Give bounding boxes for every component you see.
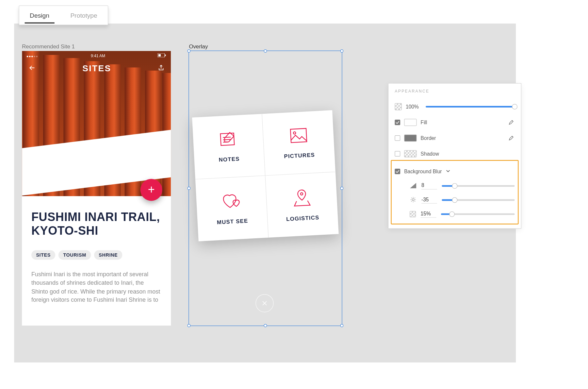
artboard-label-rec[interactable]: Recommended Site 1: [22, 43, 75, 49]
fab-add-button[interactable]: +: [140, 179, 162, 201]
site-description: Fushimi Inari is the most important of s…: [31, 270, 161, 304]
battery-icon: [157, 53, 166, 58]
tag-sites[interactable]: SITES: [31, 250, 55, 260]
fill-row: Fill: [395, 114, 514, 130]
bgblur-row: Background Blur: [395, 164, 514, 179]
opacity-row: 100%: [395, 99, 514, 114]
status-bar: 9:41 AM: [22, 53, 171, 58]
shadow-checkbox[interactable]: [395, 151, 400, 157]
brightness-icon: [410, 196, 417, 204]
inspector-section-title: APPEARANCE: [395, 89, 514, 93]
opacity-icon: [395, 103, 402, 110]
fill-eyedropper-icon[interactable]: [508, 119, 514, 126]
selection-handle-ml[interactable]: [188, 187, 191, 190]
selection-handle-mr[interactable]: [340, 187, 344, 190]
bgblur-brightness-slider[interactable]: [442, 199, 514, 201]
inspector-panel: APPEARANCE 100% Fill Border Shadow: [388, 83, 521, 228]
signal-dots-icon: [27, 54, 39, 58]
tag-row: SITES TOURISM SHRINE: [31, 250, 122, 260]
tab-design[interactable]: Design: [19, 8, 60, 23]
artboard-recommended-site[interactable]: 9:41 AM SITES + FUSHIMI INARI TRAIL, KYO…: [22, 51, 171, 326]
border-swatch[interactable]: [404, 135, 416, 142]
bgblur-brightness-row: -35: [395, 193, 514, 207]
bgblur-checkbox[interactable]: [395, 169, 400, 174]
selection-box[interactable]: [188, 51, 342, 326]
mode-tabs: Design Prototype: [19, 6, 108, 25]
border-checkbox[interactable]: [395, 135, 400, 141]
opacity-slider[interactable]: [426, 106, 515, 108]
tag-shrine[interactable]: SHRINE: [94, 250, 122, 260]
shadow-label: Shadow: [421, 151, 439, 157]
selection-handle-tr[interactable]: [340, 49, 344, 53]
fill-label: Fill: [421, 119, 427, 125]
bgblur-opacity-icon: [410, 211, 416, 217]
bgblur-amount-row: 8: [395, 179, 514, 193]
svg-rect-2: [158, 54, 161, 57]
svg-point-10: [412, 198, 414, 200]
svg-rect-1: [165, 55, 166, 56]
fill-swatch[interactable]: [404, 119, 416, 126]
border-eyedropper-icon[interactable]: [508, 134, 514, 142]
selection-handle-br[interactable]: [340, 324, 344, 327]
shadow-row: Shadow: [395, 146, 514, 161]
share-icon[interactable]: [157, 64, 165, 74]
bgblur-brightness-value[interactable]: -35: [421, 196, 437, 204]
bgblur-opacity-row: 15%: [395, 207, 514, 221]
bgblur-amount-value[interactable]: 8: [421, 182, 437, 190]
bgblur-amount-slider[interactable]: [442, 185, 514, 187]
selection-handle-tm[interactable]: [264, 49, 267, 53]
border-label: Border: [421, 135, 436, 141]
background-blur-group: Background Blur 8 -35 15%: [395, 161, 514, 221]
hero-image: 9:41 AM SITES: [22, 51, 171, 196]
back-icon[interactable]: [28, 64, 36, 74]
blur-amount-icon: [410, 183, 417, 189]
fill-checkbox[interactable]: [395, 120, 400, 125]
bgblur-opacity-value[interactable]: 15%: [421, 211, 436, 218]
nav-bar: SITES: [22, 63, 171, 74]
border-row: Border: [395, 130, 514, 146]
nav-title: SITES: [82, 63, 111, 74]
status-time: 9:41 AM: [91, 54, 105, 58]
site-title: FUSHIMI INARI TRAIL, KYOTO-SHI: [31, 210, 160, 237]
opacity-value[interactable]: 100%: [406, 104, 419, 110]
bgblur-label[interactable]: Background Blur: [404, 168, 442, 174]
shadow-swatch[interactable]: [404, 150, 416, 158]
tab-prototype[interactable]: Prototype: [60, 8, 108, 23]
chevron-down-icon[interactable]: [446, 168, 450, 174]
selection-handle-tl[interactable]: [188, 49, 191, 53]
bgblur-opacity-slider[interactable]: [441, 213, 515, 215]
selection-handle-bl[interactable]: [188, 324, 191, 327]
artboard-label-overlay[interactable]: Overlay: [189, 43, 208, 49]
tag-tourism[interactable]: TOURISM: [58, 250, 91, 260]
selection-handle-bm[interactable]: [264, 324, 267, 327]
